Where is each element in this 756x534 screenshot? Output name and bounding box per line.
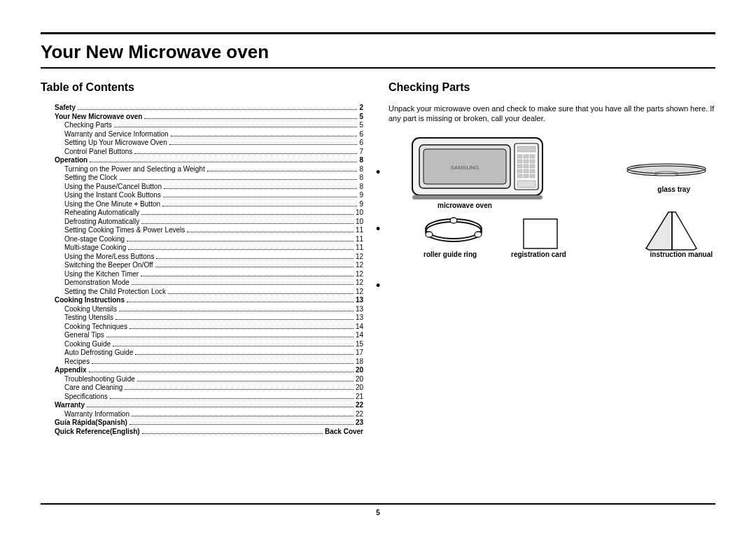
svg-rect-21 xyxy=(517,181,536,188)
toc-label: Multi-stage Cooking xyxy=(64,244,126,253)
toc-label: Appendix xyxy=(55,366,87,375)
svg-marker-32 xyxy=(646,212,672,250)
toc-row: Recipes18 xyxy=(55,358,363,367)
svg-point-30 xyxy=(450,218,457,223)
toc-leader xyxy=(119,311,354,311)
toc-leader xyxy=(114,127,358,127)
toc-page: 21 xyxy=(356,393,363,402)
toc-row: Troubleshooting Guide20 xyxy=(55,375,363,384)
toc-page: 15 xyxy=(356,340,363,349)
toc-leader xyxy=(132,416,354,416)
toc-leader xyxy=(141,214,354,215)
toc-page: 22 xyxy=(356,410,363,419)
toc-leader xyxy=(130,328,354,329)
checking-heading: Checking Parts xyxy=(388,81,715,94)
toc-label: Setting Cooking Times & Power Levels xyxy=(64,226,185,235)
svg-rect-12 xyxy=(517,164,522,168)
toc-row: Setting the Child Protection Lock12 xyxy=(55,288,363,297)
toc-page: 7 xyxy=(359,148,363,157)
toc-row: Checking Parts5 xyxy=(55,121,363,130)
toc-label: Warranty xyxy=(55,401,85,410)
table-of-contents: Safety2Your New Microwave oven5Checking … xyxy=(41,104,368,436)
toc-row: Cooking Utensils13 xyxy=(55,305,363,314)
svg-rect-13 xyxy=(524,164,528,168)
toc-label: Using the Instant Cook Buttons xyxy=(64,191,161,200)
toc-label: Setting the Child Protection Lock xyxy=(64,288,166,297)
toc-row: Your New Microwave oven5 xyxy=(55,113,363,122)
toc-leader xyxy=(120,179,358,180)
toc-label: Quick Reference(English) xyxy=(55,428,140,437)
toc-leader xyxy=(92,363,354,364)
toc-leader xyxy=(187,232,354,232)
toc-leader xyxy=(135,354,353,355)
top-rule xyxy=(41,32,715,34)
columns: Table of Contents Safety2Your New Microw… xyxy=(41,81,715,436)
toc-page: 8 xyxy=(359,183,363,192)
toc-label: Care and Cleaning xyxy=(64,384,122,393)
toc-leader xyxy=(169,144,358,145)
toc-page: 20 xyxy=(356,366,363,375)
toc-row: Quick Reference(English)Back Cover xyxy=(55,428,363,437)
toc-page: 8 xyxy=(359,174,363,183)
toc-row: Using the More/Less Buttons12 xyxy=(55,253,363,262)
svg-rect-5 xyxy=(517,146,536,152)
toc-leader xyxy=(162,206,357,206)
toc-page: 12 xyxy=(356,253,363,262)
toc-row: Switching the Beeper On/Off12 xyxy=(55,261,363,270)
toc-row: Operation8 xyxy=(55,156,363,165)
toc-leader xyxy=(155,267,354,267)
toc-row: Warranty and Service Information6 xyxy=(55,130,363,139)
svg-text:SAMSUNG: SAMSUNG xyxy=(451,164,479,171)
toc-leader xyxy=(90,162,357,162)
toc-row: Defrosting Automatically10 xyxy=(55,218,363,227)
toc-page: 17 xyxy=(356,349,363,358)
right-column: ••• Checking Parts Unpack your microwave… xyxy=(388,81,715,436)
toc-label: Using the Kitchen Timer xyxy=(64,270,139,279)
toc-leader xyxy=(113,346,354,346)
toc-label: Turning on the Power and Selecting a Wei… xyxy=(64,165,205,174)
toc-page: 2 xyxy=(359,104,363,113)
toc-page: 11 xyxy=(356,235,363,244)
toc-row: Multi-stage Cooking11 xyxy=(55,244,363,253)
regcard-label: registration card xyxy=(511,251,566,258)
toc-row: Warranty22 xyxy=(55,401,363,410)
svg-rect-31 xyxy=(524,219,557,248)
checking-intro: Unpack your microwave oven and check to … xyxy=(388,104,715,124)
toc-page: 23 xyxy=(356,419,363,428)
toc-leader xyxy=(137,381,354,381)
toc-leader xyxy=(106,337,354,337)
toc-row: Setting the Clock8 xyxy=(55,174,363,183)
toc-leader xyxy=(89,372,354,372)
toc-leader xyxy=(134,153,357,154)
microwave-label: microwave oven xyxy=(438,202,492,209)
left-column: Table of Contents Safety2Your New Microw… xyxy=(41,81,368,436)
toc-page: 13 xyxy=(356,314,363,323)
toc-label: Using the Pause/Cancel Button xyxy=(64,183,162,192)
toc-page: 8 xyxy=(359,156,363,165)
toc-page: 12 xyxy=(356,288,363,297)
svg-rect-17 xyxy=(530,169,535,173)
svg-rect-16 xyxy=(524,169,528,173)
toc-row: Safety2 xyxy=(55,104,363,113)
toc-label: Using the More/Less Buttons xyxy=(64,253,154,262)
toc-label: Recipes xyxy=(64,358,90,367)
toc-label: Warranty and Service Information xyxy=(64,130,169,139)
toc-row: Control Panel Buttons7 xyxy=(55,148,363,157)
toc-page: 20 xyxy=(356,384,363,393)
toc-row: Cooking Guide15 xyxy=(55,340,363,349)
toc-row: Turning on the Power and Selecting a Wei… xyxy=(55,165,363,174)
toc-leader xyxy=(141,276,354,276)
toc-page: 9 xyxy=(359,191,363,200)
toc-row: Demonstration Mode12 xyxy=(55,279,363,288)
toc-page: 12 xyxy=(356,261,363,270)
toc-page: 13 xyxy=(356,305,363,314)
toc-page: 5 xyxy=(359,121,363,130)
toc-row: Using the One Minute + Button9 xyxy=(55,200,363,209)
toc-label: Cooking Guide xyxy=(64,340,111,349)
toc-leader xyxy=(127,241,354,241)
toc-label: Specifications xyxy=(64,393,108,402)
toc-row: General Tips14 xyxy=(55,331,363,340)
svg-rect-14 xyxy=(530,164,535,168)
toc-label: General Tips xyxy=(64,331,104,340)
toc-row: Cooking Techniques14 xyxy=(55,323,363,332)
